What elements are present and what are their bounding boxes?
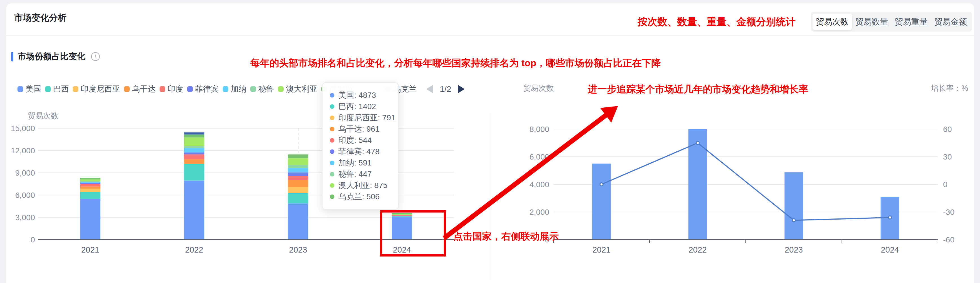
legend-next-arrow-icon[interactable] <box>458 85 465 93</box>
stacked-bar-segment-2022[interactable] <box>184 164 204 180</box>
stacked-bar-segment-2023[interactable] <box>288 154 308 158</box>
legend-item-4[interactable]: 印度 <box>159 84 183 94</box>
tooltip-row: 秘鲁: 447 <box>330 169 391 180</box>
legend-swatch <box>73 86 78 92</box>
tooltip-series-dot <box>330 194 334 199</box>
legend-item-8[interactable]: 澳大利亚 <box>278 84 317 94</box>
tab-trade-weight[interactable]: 贸易重量 <box>891 14 931 30</box>
legend-item-6[interactable]: 加纳 <box>223 84 247 94</box>
legend-item-3[interactable]: 乌干达 <box>124 84 156 94</box>
legend-label: 秘鲁 <box>258 84 274 94</box>
tooltip-series-value: 巴西: 1402 <box>338 101 376 112</box>
tooltip-series-dot <box>330 104 334 109</box>
stacked-bar-segment-2021[interactable] <box>80 192 100 199</box>
tooltip-row: 加纳: 591 <box>330 157 391 169</box>
growth-line-point[interactable] <box>696 142 699 145</box>
right-y-left-tick-label: 4,000 <box>530 180 549 189</box>
right-x-category-label: 2021 <box>592 245 611 254</box>
stacked-bar-segment-2022[interactable] <box>184 146 204 148</box>
trend-bar-2021[interactable] <box>592 164 611 240</box>
tooltip-series-value: 美国: 4873 <box>338 90 376 101</box>
stacked-bar-segment-2023[interactable] <box>288 180 308 187</box>
right-x-category-label: 2023 <box>784 245 803 254</box>
stacked-bar-segment-2023[interactable] <box>288 193 308 204</box>
stacked-bar-segment-2024[interactable] <box>392 216 412 240</box>
stacked-bar-segment-2022[interactable] <box>184 138 204 146</box>
stacked-bar-segment-2021[interactable] <box>80 184 100 187</box>
tab-trade-count[interactable]: 贸易次数 <box>813 14 852 30</box>
tooltip-series-value: 澳大利亚: 875 <box>338 180 387 191</box>
tooltip-series-dot <box>330 183 334 188</box>
tooltip-row: 乌干达: 961 <box>330 124 391 135</box>
legend-item-1[interactable]: 巴西 <box>45 84 69 94</box>
tooltip-series-dot <box>330 161 334 165</box>
stacked-bar-segment-2021[interactable] <box>80 183 100 184</box>
stacked-bar-segment-2022[interactable] <box>184 153 204 154</box>
tooltip-series-dot <box>330 172 334 176</box>
left-y-tick-label: 6,000 <box>15 191 35 200</box>
stacked-bar-segment-2024[interactable] <box>392 215 412 215</box>
stacked-bar-segment-2023[interactable] <box>288 165 308 168</box>
stacked-bar-segment-2021[interactable] <box>80 189 100 192</box>
right-x-category-label: 2024 <box>881 245 899 254</box>
stacked-bar-segment-2023[interactable] <box>288 168 308 173</box>
right-x-category-label: 2022 <box>689 245 707 254</box>
stacked-bar-segment-2022[interactable] <box>184 132 204 134</box>
right-y-right-tick-label: 30 <box>943 153 952 161</box>
stacked-bar-segment-2023[interactable] <box>288 158 308 165</box>
stacked-bar-segment-2021[interactable] <box>80 199 100 240</box>
legend-swatch <box>159 86 165 92</box>
tooltip-row: 菲律宾: 478 <box>330 146 391 157</box>
legend-label: 巴西 <box>53 84 69 94</box>
growth-line-point[interactable] <box>888 216 891 219</box>
chart-tooltip: 美国: 4873巴西: 1402印度尼西亚: 791乌干达: 961印度: 54… <box>322 82 399 210</box>
stacked-bar-segment-2023[interactable] <box>288 204 308 240</box>
left-y-tick-label: 12,000 <box>11 146 35 155</box>
stacked-bar-segment-2022[interactable] <box>184 154 204 159</box>
left-y-tick-label: 0 <box>30 235 35 244</box>
legend-swatch <box>187 86 193 92</box>
stacked-bar-segment-2023[interactable] <box>288 173 308 176</box>
stacked-bar-segment-2021[interactable] <box>80 187 100 189</box>
tab-trade-quantity[interactable]: 贸易数量 <box>852 14 891 30</box>
stacked-bar-segment-2021[interactable] <box>80 178 100 180</box>
legend-swatch <box>124 86 130 92</box>
right-y-right-tick-label: -30 <box>943 208 955 216</box>
legend-prev-arrow-icon[interactable] <box>426 85 433 93</box>
tooltip-series-dot <box>330 149 334 154</box>
stacked-bar-segment-2023[interactable] <box>288 176 308 180</box>
left-y-tick-label: 9,000 <box>15 169 35 177</box>
annotation-stat-note: 按次数、数量、重量、金额分别统计 <box>638 15 795 29</box>
legend-label: 菲律宾 <box>195 84 219 94</box>
stacked-bar-segment-2024[interactable] <box>392 215 412 216</box>
growth-line-point[interactable] <box>792 219 795 222</box>
stacked-bar-segment-2022[interactable] <box>184 159 204 164</box>
left-x-category-label: 2024 <box>393 245 411 254</box>
stacked-bar-segment-2023[interactable] <box>288 187 308 193</box>
tooltip-series-value: 乌干达: 961 <box>338 124 379 134</box>
stacked-bar-segment-2022[interactable] <box>184 134 204 137</box>
stacked-bar-segment-2024[interactable] <box>392 214 412 215</box>
legend-label: 印度尼西亚 <box>81 84 120 94</box>
right-y-left-tick-label: 8,000 <box>530 125 549 134</box>
left-x-category-label: 2022 <box>185 245 203 254</box>
stacked-bar-segment-2024[interactable] <box>392 213 412 214</box>
stacked-bar-segment-2024[interactable] <box>392 216 412 217</box>
stacked-bar-segment-2022[interactable] <box>184 148 204 153</box>
stacked-bar-segment-2024[interactable] <box>392 216 412 216</box>
legend-label: 乌干达 <box>132 84 156 94</box>
trend-bar-2023[interactable] <box>784 172 803 240</box>
legend-item-5[interactable]: 菲律宾 <box>187 84 219 94</box>
stacked-bar-segment-2022[interactable] <box>184 181 204 240</box>
legend-item-7[interactable]: 秘鲁 <box>250 84 274 94</box>
legend-swatch <box>45 86 51 92</box>
stacked-bar-segment-2021[interactable] <box>80 180 100 181</box>
tab-trade-amount[interactable]: 贸易金额 <box>931 14 970 30</box>
stacked-bar-segment-2021[interactable] <box>80 181 100 182</box>
stacked-bar-segment-2021[interactable] <box>80 182 100 183</box>
growth-line-point[interactable] <box>600 183 603 186</box>
left-x-category-label: 2023 <box>289 245 307 254</box>
legend-item-0[interactable]: 美国 <box>18 84 41 94</box>
metric-tab-bar: 贸易次数 贸易数量 贸易重量 贸易金额 <box>811 12 972 32</box>
legend-item-2[interactable]: 印度尼西亚 <box>73 84 120 94</box>
